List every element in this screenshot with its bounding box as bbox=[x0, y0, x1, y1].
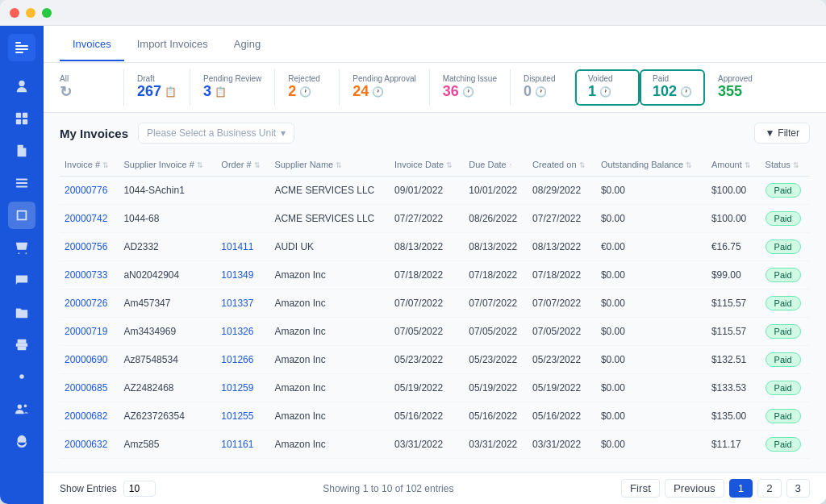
cell-supplier-inv: Amz585 bbox=[119, 431, 216, 459]
col-supplier-name[interactable]: Supplier Name ⇅ bbox=[269, 153, 390, 177]
cell-outstanding: $0.00 bbox=[596, 346, 707, 374]
col-supplier-inv[interactable]: Supplier Invoice # ⇅ bbox=[119, 153, 216, 177]
order-link[interactable]: 101266 bbox=[221, 354, 253, 365]
col-invoice-date[interactable]: Invoice Date ⇅ bbox=[390, 153, 464, 177]
cell-amount: €16.75 bbox=[707, 233, 761, 261]
cell-created-on: 03/31/2022 bbox=[528, 431, 596, 459]
order-link[interactable]: 101411 bbox=[221, 241, 253, 252]
sidebar-item-settings[interactable] bbox=[8, 363, 35, 390]
order-link[interactable]: 101349 bbox=[221, 269, 253, 281]
status-badge: Paid bbox=[766, 352, 801, 367]
cell-invoice: 20000756 bbox=[60, 233, 119, 261]
cell-order bbox=[216, 205, 269, 233]
title-bar bbox=[0, 0, 826, 26]
svg-rect-8 bbox=[16, 179, 27, 181]
table-row: 20000632 Amz585 101161 Amazon Inc 03/31/… bbox=[60, 431, 810, 459]
col-amount[interactable]: Amount ⇅ bbox=[707, 153, 761, 177]
cell-status: Paid bbox=[761, 205, 810, 233]
cell-invoice: 20000742 bbox=[60, 205, 119, 233]
sidebar-item-orders[interactable] bbox=[8, 234, 35, 261]
status-rejected[interactable]: Rejected 2 🕐 bbox=[275, 69, 340, 106]
invoice-link[interactable]: 20000685 bbox=[65, 382, 107, 394]
filter-button[interactable]: ▼ Filter bbox=[754, 123, 810, 144]
cell-supplier-inv: Am457347 bbox=[119, 289, 216, 318]
col-order-num[interactable]: Order # ⇅ bbox=[216, 153, 269, 177]
first-page-button[interactable]: First bbox=[621, 479, 660, 498]
order-link[interactable]: 101337 bbox=[221, 298, 253, 309]
sidebar-item-invoices[interactable] bbox=[8, 202, 35, 229]
business-unit-select[interactable]: Please Select a Business Unit ▾ bbox=[138, 123, 294, 144]
order-link[interactable]: 101161 bbox=[221, 439, 253, 450]
svg-rect-7 bbox=[23, 119, 27, 124]
sidebar-item-people[interactable] bbox=[8, 73, 35, 100]
cell-due-date: 05/23/2022 bbox=[464, 346, 528, 374]
invoice-link[interactable]: 20000776 bbox=[65, 185, 107, 196]
entries-info: Showing 1 to 10 of 102 entries bbox=[323, 483, 453, 494]
sidebar-item-list[interactable] bbox=[8, 169, 35, 197]
col-status[interactable]: Status ⇅ bbox=[761, 153, 810, 177]
close-button[interactable] bbox=[10, 8, 19, 18]
invoice-link[interactable]: 20000682 bbox=[65, 410, 107, 422]
status-pending-review[interactable]: Pending Review 3 📋 bbox=[190, 69, 275, 106]
invoice-link[interactable]: 20000756 bbox=[65, 241, 107, 252]
cell-invoice: 20000726 bbox=[60, 289, 119, 318]
invoice-link[interactable]: 20000719 bbox=[65, 326, 107, 337]
cell-supplier-inv: AZ623726354 bbox=[119, 402, 216, 431]
table-row: 20000776 1044-SAchin1 ACME SERVICES LLC … bbox=[60, 177, 810, 205]
cell-supplier-name: Amazon Inc bbox=[269, 318, 390, 346]
col-created-on[interactable]: Created on ⇅ bbox=[528, 153, 596, 177]
cell-created-on: 05/19/2022 bbox=[528, 374, 596, 402]
tab-invoices[interactable]: Invoices bbox=[60, 28, 124, 61]
cell-order: 101266 bbox=[216, 346, 269, 374]
sidebar-item-team[interactable] bbox=[8, 395, 35, 423]
page-1-button[interactable]: 1 bbox=[729, 479, 753, 498]
top-nav: Invoices Import Invoices Aging bbox=[44, 26, 826, 63]
show-entries: Show Entries bbox=[60, 481, 156, 497]
col-invoice-num[interactable]: Invoice # ⇅ bbox=[60, 153, 119, 177]
table-body: 20000776 1044-SAchin1 ACME SERVICES LLC … bbox=[60, 177, 810, 459]
business-unit-placeholder: Please Select a Business Unit bbox=[147, 127, 276, 139]
entries-input[interactable] bbox=[123, 481, 156, 497]
status-draft[interactable]: Draft 267 📋 bbox=[124, 69, 190, 106]
order-link[interactable]: 101259 bbox=[221, 382, 253, 394]
status-voided[interactable]: Voided 1 🕐 bbox=[575, 69, 640, 106]
page-2-button[interactable]: 2 bbox=[757, 479, 781, 498]
invoice-link[interactable]: 20000742 bbox=[65, 213, 107, 224]
maximize-button[interactable] bbox=[42, 8, 52, 18]
svg-rect-10 bbox=[16, 186, 27, 188]
cell-outstanding: $0.00 bbox=[596, 289, 707, 318]
cell-invoice-date: 05/19/2022 bbox=[390, 374, 464, 402]
sidebar-item-document[interactable] bbox=[8, 137, 35, 165]
sidebar-logo[interactable] bbox=[8, 34, 35, 61]
sidebar-item-print[interactable] bbox=[8, 331, 35, 358]
status-badge: Paid bbox=[766, 296, 801, 310]
cell-due-date: 05/16/2022 bbox=[464, 402, 528, 431]
status-matching-issue[interactable]: Matching Issue 36 🕐 bbox=[430, 69, 511, 106]
status-pending-approval[interactable]: Pending Approval 24 🕐 bbox=[340, 69, 429, 106]
table-row: 20000685 AZ2482468 101259 Amazon Inc 05/… bbox=[60, 374, 810, 402]
page-3-button[interactable]: 3 bbox=[786, 479, 810, 498]
status-disputed[interactable]: Disputed 0 🕐 bbox=[511, 69, 575, 106]
cell-supplier-name: Amazon Inc bbox=[269, 261, 390, 289]
tab-import-invoices[interactable]: Import Invoices bbox=[124, 28, 221, 61]
sidebar-item-speech[interactable] bbox=[8, 427, 35, 455]
status-all[interactable]: All ↻ bbox=[60, 69, 124, 106]
minimize-button[interactable] bbox=[26, 8, 35, 18]
sidebar-item-dashboard[interactable] bbox=[8, 105, 35, 132]
status-approved[interactable]: Approved 355 bbox=[705, 69, 770, 106]
col-outstanding[interactable]: Outstanding Balance ⇅ bbox=[596, 153, 707, 177]
invoice-link[interactable]: 20000726 bbox=[65, 298, 107, 309]
order-link[interactable]: 101255 bbox=[221, 410, 253, 422]
header-left: My Invoices Please Select a Business Uni… bbox=[60, 123, 294, 144]
invoice-link[interactable]: 20000733 bbox=[65, 269, 107, 281]
cell-supplier-inv: aN02042904 bbox=[119, 261, 216, 289]
invoice-link[interactable]: 20000632 bbox=[65, 439, 107, 450]
col-due-date[interactable]: Due Date ↑ bbox=[464, 153, 528, 177]
sidebar-item-chat[interactable] bbox=[8, 266, 35, 294]
tab-aging[interactable]: Aging bbox=[221, 28, 273, 61]
invoice-link[interactable]: 20000690 bbox=[65, 354, 107, 365]
sidebar-item-folder[interactable] bbox=[8, 298, 35, 326]
previous-page-button[interactable]: Previous bbox=[665, 479, 724, 498]
order-link[interactable]: 101326 bbox=[221, 326, 253, 337]
status-paid[interactable]: Paid 102 🕐 bbox=[640, 69, 705, 106]
